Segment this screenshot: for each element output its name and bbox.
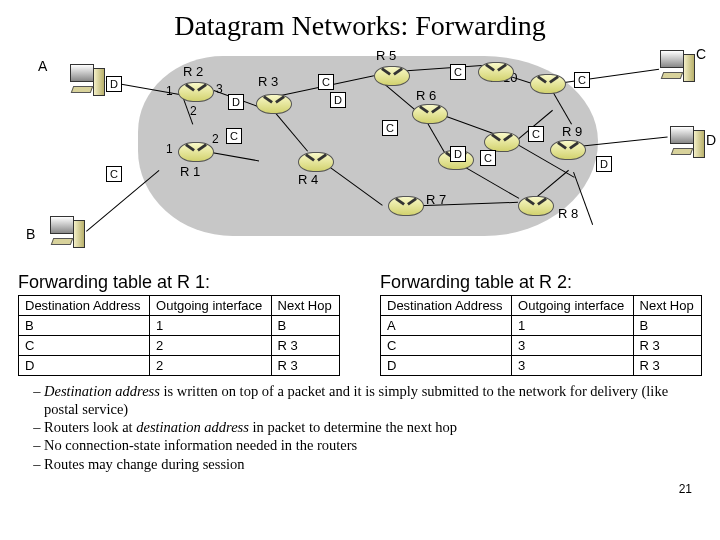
router-extra-2 <box>484 132 520 152</box>
t1-h-dest: Destination Address <box>19 296 150 316</box>
router-r6-label: R 6 <box>416 88 436 103</box>
packet-c-r9: C <box>480 150 496 166</box>
port-r2-1: 1 <box>166 84 173 98</box>
router-r9-label: R 9 <box>562 124 582 139</box>
bullet-2: Routers look at destination address in p… <box>44 418 702 436</box>
router-r1-label: R 1 <box>180 164 200 179</box>
host-c <box>658 50 696 84</box>
t2-h-iface: Outgoing interface <box>512 296 633 316</box>
bullet-4: Routes may change during session <box>44 455 702 473</box>
router-extra-3 <box>478 62 514 82</box>
host-d <box>668 126 706 160</box>
table-row: C 2 R 3 <box>19 336 340 356</box>
packet-c-t2: C <box>528 126 544 142</box>
bullet-1: Destination address is written on top of… <box>44 382 702 418</box>
table-r1-wrap: Forwarding table at R 1: Destination Add… <box>18 270 340 376</box>
packet-d-r3r5: D <box>330 92 346 108</box>
host-b-label: B <box>26 226 35 242</box>
table-r2-title: Forwarding table at R 2: <box>380 272 702 293</box>
router-r4-label: R 4 <box>298 172 318 187</box>
table-row: A 1 B <box>381 316 702 336</box>
router-r8-label: R 8 <box>558 206 578 221</box>
table-r1: Destination Address Outgoing interface N… <box>18 295 340 376</box>
table-row: D 2 R 3 <box>19 356 340 376</box>
router-r2 <box>178 82 214 102</box>
table-r2: Destination Address Outgoing interface N… <box>380 295 702 376</box>
packet-c-r3r5: C <box>318 74 334 90</box>
packet-d-a: D <box>106 76 122 92</box>
page-number: 21 <box>679 482 692 496</box>
table-row: B 1 B <box>19 316 340 336</box>
router-r6 <box>412 104 448 124</box>
router-r9 <box>550 140 586 160</box>
host-a <box>68 64 106 98</box>
table-row: D 3 R 3 <box>381 356 702 376</box>
router-r5 <box>374 66 410 86</box>
table-r1-title: Forwarding table at R 1: <box>18 272 340 293</box>
packet-d-r2r3: D <box>228 94 244 110</box>
network-diagram: A B C D R 2 R 1 R 3 R 4 R 5 R 6 R 7 R <box>18 46 702 266</box>
bullet-2-em: destination address <box>136 419 249 435</box>
host-c-label: C <box>696 46 706 62</box>
packet-c-r5r10: C <box>450 64 466 80</box>
router-r4 <box>298 152 334 172</box>
t1-h-iface: Outgoing interface <box>150 296 271 316</box>
port-r2-2: 2 <box>190 104 197 118</box>
router-r3 <box>256 94 292 114</box>
packet-d-r6: D <box>450 146 466 162</box>
bullet-2-c: in packet to determine the next hop <box>249 419 457 435</box>
router-r3-label: R 3 <box>258 74 278 89</box>
port-r2-3: 3 <box>216 82 223 96</box>
bullet-2-a: Routers look at <box>44 419 136 435</box>
port-r1-1: 1 <box>166 142 173 156</box>
forwarding-tables: Forwarding table at R 1: Destination Add… <box>18 270 702 376</box>
bullet-3: No connection-state information needed i… <box>44 436 702 454</box>
router-r1 <box>178 142 214 162</box>
packet-c-r5r6: C <box>382 120 398 136</box>
router-r5-label: R 5 <box>376 48 396 63</box>
bullet-list: Destination address is written on top of… <box>18 382 702 473</box>
host-d-label: D <box>706 132 716 148</box>
packet-c-r10host: C <box>574 72 590 88</box>
packet-c-b: C <box>106 166 122 182</box>
router-r7 <box>388 196 424 216</box>
slide-title: Datagram Networks: Forwarding <box>18 10 702 42</box>
router-r10 <box>530 74 566 94</box>
packet-c-r1r3: C <box>226 128 242 144</box>
table-row: C 3 R 3 <box>381 336 702 356</box>
router-r8 <box>518 196 554 216</box>
host-a-label: A <box>38 58 47 74</box>
bullet-1-em: Destination address <box>44 383 160 399</box>
router-r7-label: R 7 <box>426 192 446 207</box>
t2-h-dest: Destination Address <box>381 296 512 316</box>
packet-d-r9host: D <box>596 156 612 172</box>
t1-h-next: Next Hop <box>271 296 339 316</box>
table-r2-wrap: Forwarding table at R 2: Destination Add… <box>380 270 702 376</box>
host-b <box>48 216 86 250</box>
t2-h-next: Next Hop <box>633 296 701 316</box>
router-r2-label: R 2 <box>183 64 203 79</box>
port-r1-2: 2 <box>212 132 219 146</box>
